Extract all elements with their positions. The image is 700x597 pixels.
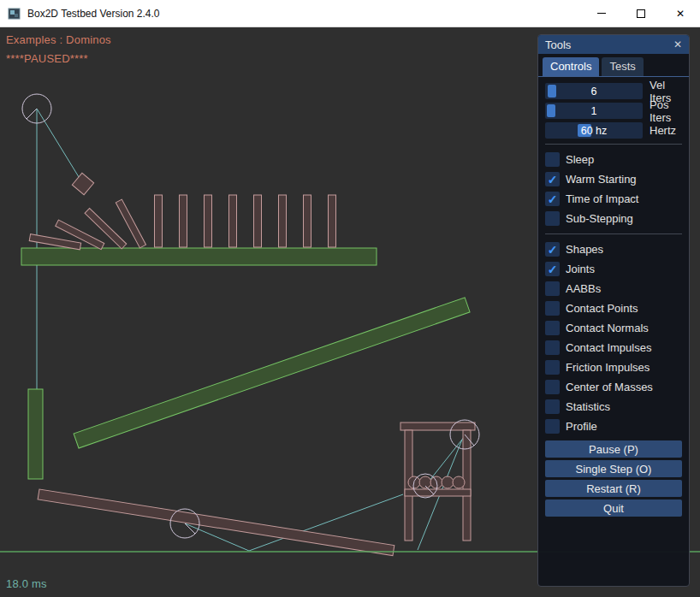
checkbox-box: ✓ — [545, 192, 560, 206]
separator — [545, 233, 682, 234]
tools-buttons: Pause (P) Single Step (O) Restart (R) Qu… — [545, 440, 682, 517]
checkbox-box: ✓ — [545, 152, 560, 167]
checkbox-label: Joints — [566, 263, 595, 275]
tools-panel: Tools ✕ Controls Tests 6 Vel Iters — [537, 34, 690, 587]
restart-button[interactable]: Restart (R) — [545, 480, 682, 497]
checkbox-center-of-masses[interactable]: ✓ Center of Masses — [545, 377, 682, 397]
tools-panel-close-icon[interactable]: ✕ — [673, 38, 682, 50]
pendulum[interactable] — [22, 94, 94, 195]
slider-value: 6 — [545, 83, 643, 99]
checkbox-time-of-impact[interactable]: ✓ Time of Impact — [545, 189, 682, 209]
slider-row-hertz: 60 hz Hertz — [545, 122, 682, 139]
minimize-icon — [597, 13, 606, 14]
checkbox-label: Contact Impulses — [566, 341, 651, 354]
checkbox-contact-impulses[interactable]: ✓ Contact Impulses — [545, 338, 682, 358]
checkbox-friction-impulses[interactable]: ✓ Friction Impulses — [545, 358, 682, 377]
tools-panel-content: 6 Vel Iters 1 Pos Iters 60 hz — [538, 77, 689, 517]
checkbox-box: ✓ — [545, 360, 560, 375]
close-icon: ✕ — [676, 9, 685, 19]
slider-label: Pos Iters — [650, 98, 682, 124]
checkbox-box: ✓ — [545, 380, 560, 394]
maximize-button[interactable] — [621, 0, 661, 27]
minimize-button[interactable] — [582, 0, 621, 27]
checkbox-aabbs[interactable]: ✓ AABBs — [545, 279, 682, 298]
checkbox-label: Sleep — [566, 153, 594, 166]
checkbox-joints[interactable]: ✓ Joints — [545, 259, 682, 279]
checkbox-box: ✓ — [545, 301, 560, 316]
ramp-plank[interactable] — [38, 489, 394, 556]
close-button[interactable]: ✕ — [661, 0, 700, 27]
single-step-button[interactable]: Single Step (O) — [545, 460, 682, 477]
checkbox-label: Contact Points — [566, 302, 638, 315]
checkbox-label: Warm Starting — [566, 173, 637, 186]
checkmark-icon: ✓ — [548, 174, 558, 186]
tall-green-box — [28, 389, 43, 479]
checkbox-label: Shapes — [566, 243, 603, 256]
titlebar: Box2D Testbed Version 2.4.0 ✕ — [0, 0, 700, 27]
checkbox-label: Center of Masses — [566, 381, 653, 393]
frame-time-label: 18.0 ms — [6, 577, 47, 590]
checkbox-sleep[interactable]: ✓ Sleep — [545, 150, 682, 169]
tab-controls[interactable]: Controls — [543, 57, 599, 76]
checkbox-contact-points[interactable]: ✓ Contact Points — [545, 298, 682, 318]
dominoes[interactable] — [29, 195, 335, 250]
slider-value: 1 — [545, 103, 643, 119]
slider-row-vel-iters: 6 Vel Iters — [545, 83, 682, 99]
simulation-canvas[interactable]: Examples : Dominos ****PAUSED**** 18.0 m… — [0, 27, 700, 597]
tab-tests[interactable]: Tests — [602, 57, 643, 76]
checkbox-box: ✓ — [545, 399, 560, 414]
checkbox-box: ✓ — [545, 211, 560, 226]
checkbox-label: Statistics — [566, 400, 610, 413]
window-controls: ✕ — [582, 0, 700, 27]
slider-row-pos-iters: 1 Pos Iters — [545, 103, 682, 119]
maximize-icon — [637, 9, 645, 18]
quit-button[interactable]: Quit — [545, 499, 682, 517]
checkbox-label: AABBs — [566, 282, 601, 295]
app-window: Box2D Testbed Version 2.4.0 ✕ — [0, 0, 700, 597]
checkbox-sub-stepping[interactable]: ✓ Sub-Stepping — [545, 209, 682, 228]
domino-platform — [21, 248, 377, 265]
tools-tabbar: Controls Tests — [538, 54, 689, 77]
window-title: Box2D Testbed Version 2.4.0 — [27, 8, 160, 20]
checkbox-label: Sub-Stepping — [566, 212, 633, 225]
separator — [545, 144, 682, 145]
checkbox-box: ✓ — [545, 172, 560, 186]
checkbox-contact-normals[interactable]: ✓ Contact Normals — [545, 318, 682, 338]
vel-iters-slider[interactable]: 6 — [545, 83, 643, 99]
tools-panel-title: Tools — [545, 38, 571, 51]
slider-value: 60 hz — [545, 122, 643, 139]
checkmark-icon: ✓ — [548, 263, 558, 275]
checkbox-label: Profile — [566, 420, 597, 433]
tools-panel-titlebar[interactable]: Tools ✕ — [538, 35, 689, 54]
slider-label: Hertz — [650, 124, 676, 137]
app-icon — [8, 7, 21, 21]
checkbox-statistics[interactable]: ✓ Statistics — [545, 397, 682, 417]
checkbox-warm-starting[interactable]: ✓ Warm Starting — [545, 169, 682, 189]
hertz-slider[interactable]: 60 hz — [545, 122, 643, 139]
checkbox-profile[interactable]: ✓ Profile — [545, 417, 682, 436]
checkmark-icon: ✓ — [548, 244, 558, 256]
example-label: Examples : Dominos — [6, 33, 111, 46]
checkbox-box: ✓ — [545, 281, 560, 296]
checkbox-box: ✓ — [545, 340, 560, 355]
checkbox-box: ✓ — [545, 321, 560, 335]
checkbox-label: Contact Normals — [566, 322, 649, 334]
checkbox-shapes[interactable]: ✓ Shapes — [545, 239, 682, 259]
checkbox-box: ✓ — [545, 262, 560, 276]
paused-label: ****PAUSED**** — [6, 52, 88, 65]
checkbox-box: ✓ — [545, 242, 560, 257]
checkbox-box: ✓ — [545, 419, 560, 434]
checkbox-label: Time of Impact — [566, 192, 638, 205]
pos-iters-slider[interactable]: 1 — [545, 103, 643, 119]
pause-button[interactable]: Pause (P) — [545, 440, 682, 458]
checkbox-label: Friction Impulses — [566, 361, 650, 374]
checkmark-icon: ✓ — [548, 193, 558, 205]
